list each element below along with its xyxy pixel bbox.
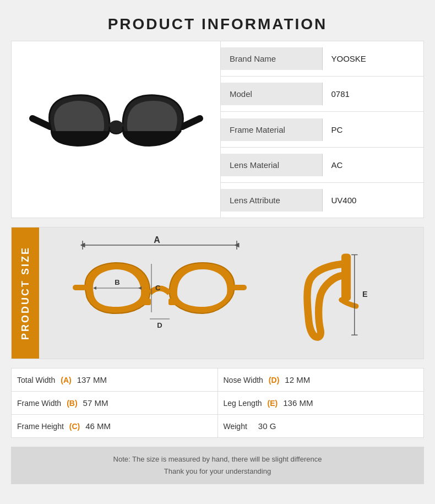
diagram-left: A	[39, 227, 280, 359]
svg-line-1	[182, 118, 200, 127]
top-section: Brand NameYOOSKEModel0781Frame MaterialP…	[11, 41, 424, 218]
spec-row: Frame MaterialPC	[221, 112, 423, 147]
meas-letter: (C)	[69, 422, 80, 431]
meas-value: 57 MM	[83, 398, 108, 408]
meas-letter: (B)	[67, 399, 77, 408]
spec-value: PC	[323, 118, 424, 141]
spec-row: Lens MaterialAC	[221, 148, 423, 183]
product-image-box	[12, 41, 221, 218]
meas-row: Frame Width(B)57 MMLeg Length(E)136 MM	[12, 392, 423, 415]
spec-value: YOOSKE	[323, 47, 424, 70]
svg-rect-9	[232, 285, 247, 290]
side-diagram-svg: E	[297, 238, 407, 348]
spec-row: Lens AttributeUV400	[221, 183, 423, 218]
meas-letter: (E)	[268, 399, 278, 408]
meas-label: Weight	[224, 422, 247, 431]
meas-label: Nose Width	[224, 376, 263, 384]
svg-rect-7	[168, 299, 176, 305]
meas-value: 30 G	[258, 421, 276, 431]
meas-cell-right: Leg Length(E)136 MM	[218, 392, 424, 414]
meas-cell-left: Frame Height(C)46 MM	[12, 415, 218, 437]
svg-text:A: A	[154, 235, 160, 245]
meas-label: Total Width	[17, 376, 55, 384]
meas-label: Frame Width	[17, 399, 61, 408]
svg-text:D: D	[157, 321, 162, 329]
note-section: Note: The size is measured by hand, ther…	[11, 447, 424, 484]
spec-row: Brand NameYOOSKE	[221, 41, 423, 77]
front-diagram-svg: A	[66, 235, 253, 351]
specs-table: Brand NameYOOSKEModel0781Frame MaterialP…	[221, 41, 423, 218]
svg-line-0	[32, 118, 50, 127]
meas-cell-right: Nose Width(D)12 MM	[218, 368, 424, 391]
meas-row: Frame Height(C)46 MMWeight30 G	[12, 415, 423, 437]
meas-label: Leg Length	[224, 399, 262, 408]
diagram-section: PRODUCT SIZE A	[11, 227, 424, 359]
meas-cell-left: Total Width(A)137 MM	[12, 368, 218, 391]
svg-rect-6	[143, 299, 151, 305]
spec-label: Model	[221, 83, 323, 105]
spec-value: AC	[323, 154, 424, 176]
spec-value: UV400	[323, 189, 424, 212]
spec-value: 0781	[323, 83, 424, 105]
measurements-section: Total Width(A)137 MMNose Width(D)12 MMFr…	[11, 368, 424, 438]
meas-label: Frame Height	[17, 422, 64, 431]
note-line2: Thank you for your understanding	[22, 465, 413, 478]
diagram-right: E	[280, 227, 423, 359]
page-title: PRODUCT INFORMATION	[11, 6, 424, 41]
meas-row: Total Width(A)137 MMNose Width(D)12 MM	[12, 368, 423, 392]
spec-label: Lens Attribute	[221, 189, 323, 212]
product-image-svg	[28, 74, 204, 185]
note-line1: Note: The size is measured by hand, ther…	[22, 453, 413, 465]
svg-text:C: C	[155, 284, 161, 292]
meas-letter: (A)	[61, 376, 71, 384]
meas-value: 137 MM	[77, 375, 107, 384]
svg-rect-8	[73, 285, 87, 290]
meas-value: 12 MM	[285, 375, 310, 384]
spec-label: Frame Material	[221, 118, 323, 141]
meas-cell-left: Frame Width(B)57 MM	[12, 392, 218, 414]
spec-label: Lens Material	[221, 154, 323, 176]
page-wrapper: PRODUCT INFORMATION	[0, 0, 435, 495]
meas-cell-right: Weight30 G	[218, 415, 424, 437]
product-size-label: PRODUCT SIZE	[12, 227, 39, 359]
spec-label: Brand Name	[221, 47, 323, 70]
meas-value: 46 MM	[85, 421, 111, 431]
meas-letter: (D)	[269, 376, 279, 384]
meas-value: 136 MM	[283, 398, 313, 408]
svg-text:B: B	[115, 278, 119, 286]
svg-text:E: E	[362, 290, 368, 299]
spec-row: Model0781	[221, 77, 423, 112]
